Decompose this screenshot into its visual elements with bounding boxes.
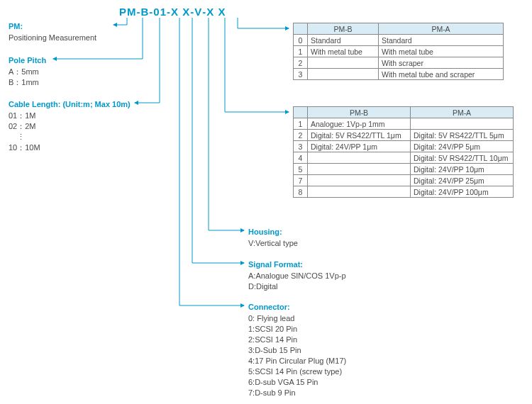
t2-blank [294, 107, 308, 118]
pm-section: PM: Positioning Measurement [9, 21, 96, 43]
cable-10: 10：10M [9, 142, 131, 153]
signal-section: Signal Format: A:Analogue SIN/COS 1Vp-p … [248, 259, 346, 292]
table-row: 2Digital: 5V RS422/TTL 1μmDigital: 5V RS… [294, 130, 514, 141]
housing-section: Housing: V:Vertical type [248, 227, 298, 249]
table-row: 7Digital: 24V/PP 25μm [294, 175, 514, 186]
connector-3: 3:D-Sub 15 Pin [248, 345, 346, 356]
table-row: 8Digital: 24V/PP 100μm [294, 186, 514, 198]
cable-header: Cable Length: (Unit:m; Max 10m) [9, 99, 131, 110]
t1-blank [294, 23, 308, 35]
connector-7: 7:D-sub 9 Pin [248, 388, 346, 398]
pm-line: Positioning Measurement [9, 33, 96, 43]
pole-header: Pole Pitch [9, 55, 46, 66]
housing-header: Housing: [248, 227, 298, 237]
table-option-1: PM-BPM-A 0StandardStandard 1With metal t… [293, 23, 504, 80]
t2-hb: PM-B [308, 107, 411, 118]
pole-section: Pole Pitch A：5mm B：1mm [9, 55, 46, 88]
t1-hb: PM-B [308, 23, 379, 35]
cable-dots: ⋮ [9, 132, 131, 142]
table-row: 3With metal tube and scraper [294, 69, 504, 80]
pole-b: B：1mm [9, 77, 46, 88]
table-row: 1With metal tubeWith metal tube [294, 46, 504, 57]
connector-5: 5:SCSI 14 Pin (screw type) [248, 366, 346, 377]
table-row: 4Digital: 5V RS422/TTL 10μm [294, 152, 514, 164]
table-row: 2With scraper [294, 57, 504, 69]
table-option-2: PM-BPM-A 1Analogue: 1Vp-p 1mm 2Digital: … [293, 106, 514, 198]
table-row: 5Digital: 24V/PP 10μm [294, 164, 514, 175]
connector-0: 0: Flying lead [248, 313, 346, 324]
signal-header: Signal Format: [248, 259, 346, 270]
table-row: 1Analogue: 1Vp-p 1mm [294, 118, 514, 130]
cable-2: 02：2M [9, 121, 131, 132]
table-row: 3Digital: 24V/PP 1μmDigital: 24V/PP 5μm [294, 141, 514, 152]
t2-ha: PM-A [411, 107, 514, 118]
pole-a: A：5mm [9, 67, 46, 77]
cable-1: 01：1M [9, 111, 131, 121]
part-number: PM-B-01-X X-V-X X [119, 6, 226, 18]
connector-2: 2:SCSI 14 Pin [248, 335, 346, 345]
signal-a: A:Analogue SIN/COS 1Vp-p [248, 271, 346, 281]
housing-line: V:Vertical type [248, 238, 298, 249]
connector-header: Connector: [248, 302, 346, 313]
t1-ha: PM-A [379, 23, 504, 35]
connector-4: 4:17 Pin Circular Plug (M17) [248, 356, 346, 366]
pm-header: PM: [9, 21, 96, 32]
connector-section: Connector: 0: Flying lead 1:SCSI 20 Pin … [248, 302, 346, 398]
connector-1: 1:SCSI 20 Pin [248, 324, 346, 335]
cable-section: Cable Length: (Unit:m; Max 10m) 01：1M 02… [9, 99, 131, 153]
table-row: 0StandardStandard [294, 35, 504, 46]
connector-6: 6:D-sub VGA 15 Pin [248, 377, 346, 388]
signal-d: D:Digital [248, 281, 346, 292]
